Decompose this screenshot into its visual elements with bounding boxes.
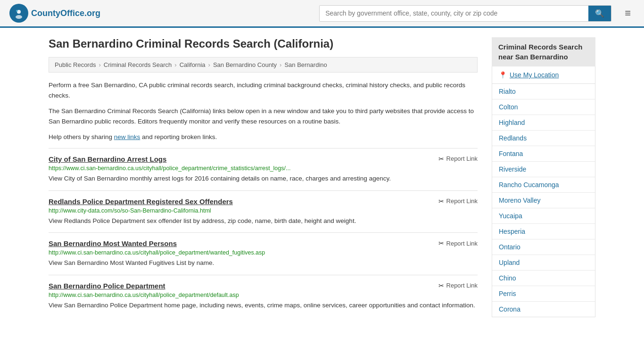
result-url[interactable]: http://www.ci.san-bernardino.ca.us/cityh… <box>49 249 478 256</box>
result-title[interactable]: Redlands Police Department Registered Se… <box>49 197 233 206</box>
search-button[interactable]: 🔍 <box>588 6 611 21</box>
sidebar-link-item: Moreno Valley <box>492 193 595 208</box>
breadcrumb-sep-1: › <box>99 61 100 68</box>
report-icon: ✂ <box>438 197 444 205</box>
description-para3: Help others by sharing new links and rep… <box>49 132 478 142</box>
sidebar-link-rancho[interactable]: Rancho Cucamonga <box>499 181 559 189</box>
breadcrumb-criminal-records[interactable]: Criminal Records Search <box>104 61 172 68</box>
breadcrumb: Public Records › Criminal Records Search… <box>49 57 478 73</box>
result-desc: View Redlands Police Department sex offe… <box>49 216 478 226</box>
svg-point-2 <box>16 15 22 19</box>
result-item: City of San Bernardino Arrest Logs ✂ Rep… <box>49 148 478 190</box>
sidebar-link-chino[interactable]: Chino <box>499 274 516 282</box>
sidebar-link-redlands[interactable]: Redlands <box>499 134 527 142</box>
sidebar-link-item: Highland <box>492 115 595 131</box>
result-desc: View San Bernardino Police Department ho… <box>49 300 478 311</box>
sidebar-link-highland[interactable]: Highland <box>499 119 525 126</box>
results-list: City of San Bernardino Arrest Logs ✂ Rep… <box>49 148 478 317</box>
logo-org: .org <box>84 8 100 18</box>
sidebar-link-item: Upland <box>492 255 595 271</box>
report-icon: ✂ <box>438 282 444 289</box>
sidebar-link-item: Chino <box>492 271 595 286</box>
report-icon: ✂ <box>438 239 444 247</box>
result-header: San Bernardino Most Wanted Persons ✂ Rep… <box>49 239 478 247</box>
sidebar-link-perris[interactable]: Perris <box>499 290 516 297</box>
breadcrumb-sep-2: › <box>174 61 176 68</box>
result-title[interactable]: City of San Bernardino Arrest Logs <box>49 155 166 163</box>
logo[interactable]: CountyOffice.org <box>9 4 100 23</box>
menu-button[interactable]: ≡ <box>621 5 635 21</box>
search-bar: 🔍 <box>319 5 611 22</box>
sidebar-link-item: Fontana <box>492 146 595 162</box>
header: CountyOffice.org 🔍 ≡ <box>0 0 644 28</box>
location-pin-icon: 📍 <box>499 71 507 79</box>
sidebar-links: 📍 Use My Location Rialto Colton Highland… <box>492 66 595 317</box>
result-header: City of San Bernardino Arrest Logs ✂ Rep… <box>49 155 478 163</box>
content-area: San Bernardino Criminal Records Search (… <box>49 37 478 317</box>
sidebar-link-item: Redlands <box>492 131 595 146</box>
result-desc: View San Bernardino Most Wanted Fugitive… <box>49 258 478 268</box>
report-icon: ✂ <box>438 155 444 163</box>
new-links-link[interactable]: new links <box>114 133 140 140</box>
breadcrumb-california[interactable]: California <box>180 61 206 68</box>
sidebar-link-item: Riverside <box>492 162 595 177</box>
breadcrumb-county[interactable]: San Bernardino County <box>213 61 277 68</box>
sidebar-link-corona[interactable]: Corona <box>499 305 520 313</box>
sidebar-link-hesperia[interactable]: Hesperia <box>499 228 525 235</box>
para3-prefix: Help others by sharing <box>49 133 114 140</box>
report-link-button[interactable]: ✂ Report Link <box>438 155 478 163</box>
sidebar-link-riverside[interactable]: Riverside <box>499 165 526 173</box>
sidebar-link-fontana[interactable]: Fontana <box>499 150 523 157</box>
report-link-label: Report Link <box>446 240 478 247</box>
sidebar-link-colton[interactable]: Colton <box>499 103 518 111</box>
result-title[interactable]: San Bernardino Most Wanted Persons <box>49 239 177 247</box>
sidebar-link-item: Corona <box>492 302 595 317</box>
use-my-location-link[interactable]: Use My Location <box>510 71 559 79</box>
sidebar-link-item: Rancho Cucamonga <box>492 177 595 193</box>
report-link-button[interactable]: ✂ Report Link <box>438 197 478 205</box>
report-link-label: Report Link <box>446 155 478 162</box>
search-input[interactable] <box>320 6 588 21</box>
sidebar-link-item: Colton <box>492 99 595 115</box>
description-para1: Perform a free San Bernardino, CA public… <box>49 80 478 100</box>
breadcrumb-sep-3: › <box>208 61 210 68</box>
result-url[interactable]: http://www.city-data.com/so/so-San-Berna… <box>49 207 478 214</box>
sidebar-link-item: Perris <box>492 286 595 302</box>
result-header: San Bernardino Police Department ✂ Repor… <box>49 282 478 290</box>
sidebar-link-item: Ontario <box>492 239 595 255</box>
logo-icon <box>9 4 28 23</box>
report-link-button[interactable]: ✂ Report Link <box>438 282 478 289</box>
svg-point-3 <box>16 10 18 12</box>
sidebar-link-item: Hesperia <box>492 224 595 239</box>
report-link-label: Report Link <box>446 282 478 289</box>
sidebar-link-ontario[interactable]: Ontario <box>499 243 520 251</box>
para3-suffix: and reporting broken links. <box>140 133 217 140</box>
sidebar-link-yucaipa[interactable]: Yucaipa <box>499 212 522 220</box>
report-link-button[interactable]: ✂ Report Link <box>438 239 478 247</box>
result-url[interactable]: https://www.ci.san-bernardino.ca.us/city… <box>49 165 478 172</box>
description-para2: The San Bernardino Criminal Records Sear… <box>49 106 478 126</box>
main-container: San Bernardino Criminal Records Search (… <box>39 28 605 327</box>
logo-text: CountyOffice.org <box>31 8 100 18</box>
sidebar-link-upland[interactable]: Upland <box>499 259 520 266</box>
sidebar-link-item: Rialto <box>492 84 595 99</box>
result-item: San Bernardino Police Department ✂ Repor… <box>49 275 478 317</box>
page-title: San Bernardino Criminal Records Search (… <box>49 37 478 50</box>
sidebar-link-moreno[interactable]: Moreno Valley <box>499 197 540 204</box>
sidebar-use-location: 📍 Use My Location <box>492 66 595 84</box>
result-item: San Bernardino Most Wanted Persons ✂ Rep… <box>49 232 478 275</box>
breadcrumb-sep-4: › <box>280 61 281 68</box>
result-desc: View City of San Bernardino monthly arre… <box>49 173 478 184</box>
sidebar: Criminal Records Search near San Bernard… <box>492 37 595 317</box>
result-url[interactable]: http://www.ci.san-bernardino.ca.us/cityh… <box>49 292 478 298</box>
result-title[interactable]: San Bernardino Police Department <box>49 282 165 290</box>
result-item: Redlands Police Department Registered Se… <box>49 190 478 233</box>
report-link-label: Report Link <box>446 197 478 205</box>
logo-main: CountyOffice <box>31 8 84 18</box>
sidebar-link-rialto[interactable]: Rialto <box>499 88 516 95</box>
breadcrumb-city[interactable]: San Bernardino <box>284 61 327 68</box>
breadcrumb-public-records[interactable]: Public Records <box>55 61 96 68</box>
result-header: Redlands Police Department Registered Se… <box>49 197 478 206</box>
sidebar-link-item: Yucaipa <box>492 208 595 224</box>
sidebar-title: Criminal Records Search near San Bernard… <box>492 37 595 66</box>
